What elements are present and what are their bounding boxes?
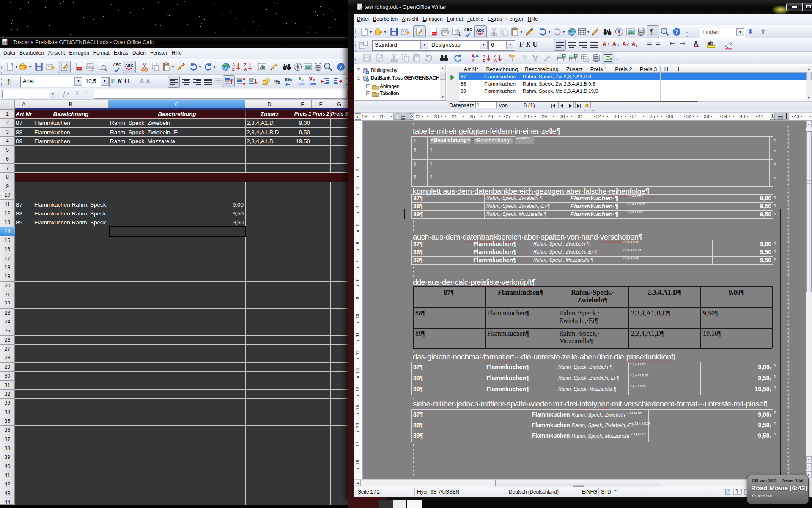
svg-text:?: ?	[340, 64, 343, 70]
svg-text:A: A	[244, 67, 247, 72]
svg-text:Z: Z	[232, 67, 235, 72]
svg-text:?: ?	[675, 29, 678, 35]
svg-text:0: 0	[302, 78, 304, 82]
svg-text:Z: Z	[244, 63, 247, 67]
svg-text:Z: Z	[472, 58, 474, 63]
svg-text:.000: .000	[309, 82, 316, 86]
svg-text:A: A	[232, 63, 235, 67]
svg-text:A: A	[472, 54, 475, 58]
svg-text:0: 0	[313, 78, 315, 82]
svg-text:A: A	[483, 54, 486, 58]
svg-text:%: %	[274, 78, 280, 85]
svg-text:ABC: ABC	[113, 63, 121, 67]
svg-text:¶: ¶	[7, 78, 11, 85]
svg-text:ABC: ABC	[476, 28, 485, 33]
svg-text:Z: Z	[483, 58, 485, 63]
svg-text:Z: Z	[494, 54, 497, 58]
svg-text:A: A	[494, 58, 497, 63]
svg-text:ABC: ABC	[464, 28, 472, 32]
svg-text:¶: ¶	[650, 28, 654, 36]
svg-text:PDF: PDF	[78, 67, 83, 70]
svg-text:ABC: ABC	[125, 64, 134, 68]
svg-text:PDF: PDF	[432, 32, 437, 35]
svg-text:.000: .000	[297, 82, 305, 86]
